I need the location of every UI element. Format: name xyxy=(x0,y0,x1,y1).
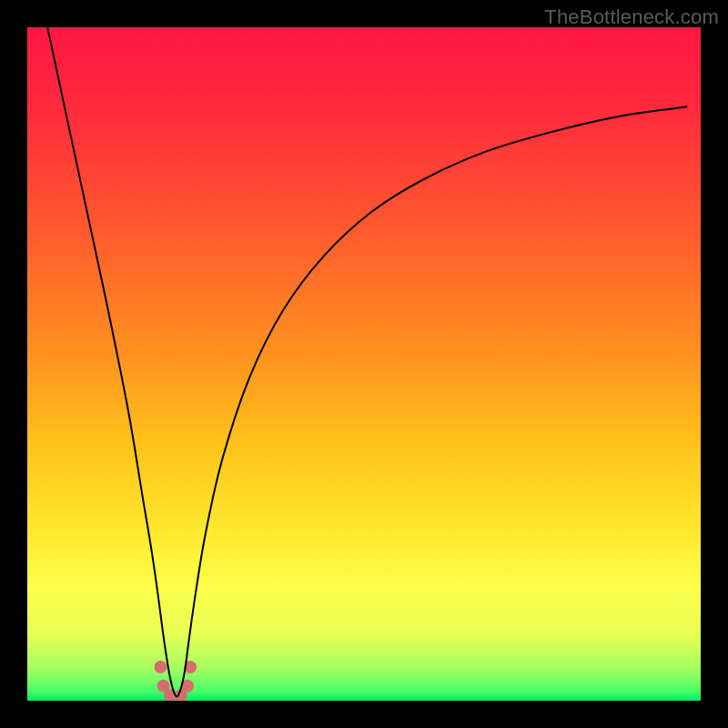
watermark-text: TheBottleneck.com xyxy=(544,5,719,29)
valley-marker xyxy=(155,661,167,673)
bottleneck-curve xyxy=(47,27,687,697)
plot-area xyxy=(27,27,701,701)
chart-frame: TheBottleneck.com xyxy=(0,0,728,728)
chart-overlay xyxy=(27,27,701,701)
